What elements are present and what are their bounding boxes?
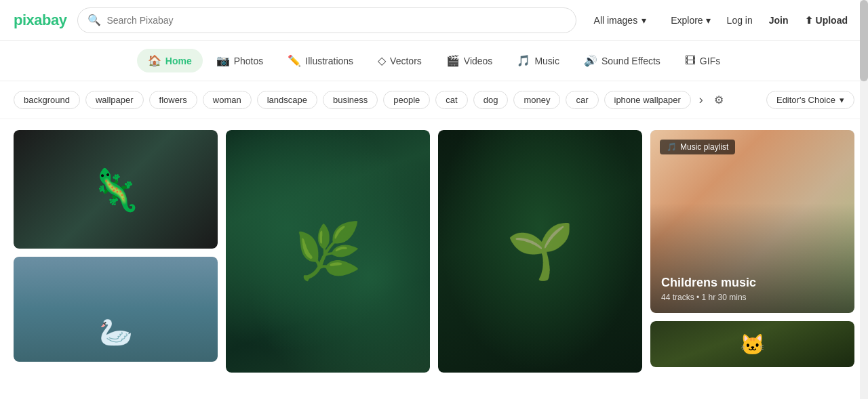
grid-column-4: 🎵 Music playlist Childrens music 44 trac… xyxy=(650,130,854,367)
nav-item-gifs[interactable]: 🎞 GIFs xyxy=(674,49,731,72)
camera-icon: 📷 xyxy=(216,54,230,67)
music-icon: 🎵 xyxy=(517,54,530,67)
explore-label: Explore xyxy=(671,15,703,26)
image-card-lizard[interactable] xyxy=(14,130,218,249)
nav-item-home[interactable]: 🏠 Home xyxy=(137,49,203,72)
logo-text-green: bay xyxy=(42,12,66,28)
explore-button[interactable]: Explore ▾ xyxy=(664,11,717,30)
tag-background[interactable]: background xyxy=(14,91,80,109)
image-card-music-playlist[interactable]: 🎵 Music playlist Childrens music 44 trac… xyxy=(650,130,854,313)
editors-choice-chevron-icon: ▾ xyxy=(840,95,844,105)
tag-money[interactable]: money xyxy=(513,91,560,109)
search-input[interactable] xyxy=(106,15,566,26)
home-icon: 🏠 xyxy=(148,54,161,67)
nav-item-videos[interactable]: 🎬 Videos xyxy=(435,49,504,72)
tags-bar: background wallpaper flowers woman lands… xyxy=(0,81,868,119)
tag-dog[interactable]: dog xyxy=(473,91,509,109)
main-content: 🎵 Music playlist Childrens music 44 trac… xyxy=(0,119,868,383)
header: pixabay 🔍 All images ▾ Explore ▾ Log in … xyxy=(0,0,868,41)
image-card-duck[interactable] xyxy=(14,257,218,362)
tag-car[interactable]: car xyxy=(566,91,598,109)
tag-flowers[interactable]: flowers xyxy=(149,91,197,109)
tags-settings-button[interactable]: ⚙ xyxy=(711,93,726,106)
nav-item-vectors[interactable]: ◇ Vectors xyxy=(367,49,433,72)
diamond-icon: ◇ xyxy=(378,54,386,67)
sound-icon: 🔊 xyxy=(584,54,597,67)
join-button[interactable]: Join xyxy=(762,11,795,30)
logo[interactable]: pixabay xyxy=(14,12,66,29)
image-card-cat-green[interactable] xyxy=(650,321,854,367)
grid-column-3 xyxy=(438,130,642,373)
video-icon: 🎬 xyxy=(446,54,460,67)
tag-business[interactable]: business xyxy=(323,91,378,109)
login-button[interactable]: Log in xyxy=(720,11,760,30)
pencil-icon: ✏️ xyxy=(288,54,301,67)
nav-item-sound-effects[interactable]: 🔊 Sound Effects xyxy=(573,49,671,72)
editors-choice-button[interactable]: Editor's Choice ▾ xyxy=(766,91,854,109)
logo-text-black: pixa xyxy=(14,12,42,28)
tag-iphone-wallpaper[interactable]: iphone wallpaper xyxy=(604,91,691,109)
nav-item-illustrations[interactable]: ✏️ Illustrations xyxy=(277,49,364,72)
tag-landscape[interactable]: landscape xyxy=(257,91,317,109)
nav-item-photos[interactable]: 📷 Photos xyxy=(205,49,275,72)
music-overlay: Childrens music 44 tracks • 1 hr 30 mins xyxy=(650,130,854,313)
image-card-fern[interactable] xyxy=(438,130,642,373)
settings-icon: ⚙ xyxy=(714,94,724,106)
image-card-leaves[interactable] xyxy=(226,130,430,373)
tag-people[interactable]: people xyxy=(383,91,430,109)
search-icon: 🔍 xyxy=(87,14,101,26)
tag-wallpaper[interactable]: wallpaper xyxy=(85,91,144,109)
image-grid: 🎵 Music playlist Childrens music 44 trac… xyxy=(14,130,854,373)
nav-bar: 🏠 Home 📷 Photos ✏️ Illustrations ◇ Vecto… xyxy=(0,41,868,81)
grid-column-2 xyxy=(226,130,430,373)
editors-choice-label: Editor's Choice xyxy=(776,95,835,105)
chevron-down-icon: ▾ xyxy=(642,15,646,26)
upload-button[interactable]: ⬆ Upload xyxy=(798,11,854,30)
music-playlist-meta: 44 tracks • 1 hr 30 mins xyxy=(661,293,844,302)
tag-cat[interactable]: cat xyxy=(435,91,467,109)
explore-chevron-icon: ▾ xyxy=(706,15,711,26)
search-bar: 🔍 xyxy=(77,7,576,33)
nav-item-music[interactable]: 🎵 Music xyxy=(506,49,570,72)
scrollbar[interactable] xyxy=(860,0,868,383)
upload-icon: ⬆ xyxy=(805,15,813,26)
all-images-dropdown[interactable]: All images ▾ xyxy=(587,15,654,26)
music-playlist-title: Childrens music xyxy=(661,276,844,290)
all-images-label: All images xyxy=(594,15,638,26)
tag-woman[interactable]: woman xyxy=(203,91,252,109)
grid-column-1 xyxy=(14,130,218,362)
tags-more-button[interactable]: › xyxy=(696,93,706,107)
header-nav: Explore ▾ Log in Join ⬆ Upload xyxy=(664,11,854,30)
scrollbar-thumb[interactable] xyxy=(860,0,868,81)
gif-icon: 🎞 xyxy=(685,55,696,67)
